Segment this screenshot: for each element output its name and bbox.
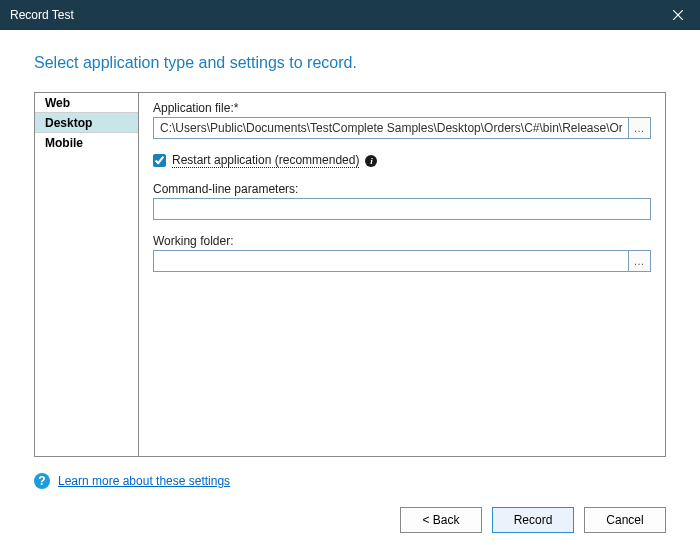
- cmdline-row: [153, 198, 651, 220]
- page-heading: Select application type and settings to …: [34, 54, 666, 72]
- window-title: Record Test: [10, 8, 74, 22]
- tab-list: Web Desktop Mobile: [35, 93, 139, 456]
- content-area: Select application type and settings to …: [0, 30, 700, 545]
- close-icon: [673, 10, 683, 20]
- workdir-row: …: [153, 250, 651, 272]
- main-panel: Web Desktop Mobile Application file:* … …: [34, 92, 666, 457]
- help-icon: ?: [34, 473, 50, 489]
- form-area: Application file:* … Restart application…: [139, 93, 665, 456]
- help-row: ? Learn more about these settings: [34, 473, 666, 489]
- footer-buttons: < Back Record Cancel: [34, 497, 666, 533]
- restart-checkbox[interactable]: [153, 154, 166, 167]
- back-button[interactable]: < Back: [400, 507, 482, 533]
- workdir-label: Working folder:: [153, 234, 651, 248]
- tab-desktop[interactable]: Desktop: [35, 113, 138, 133]
- help-link[interactable]: Learn more about these settings: [58, 474, 230, 488]
- app-file-label: Application file:*: [153, 101, 651, 115]
- cancel-button[interactable]: Cancel: [584, 507, 666, 533]
- tab-mobile[interactable]: Mobile: [35, 133, 138, 153]
- tab-web[interactable]: Web: [35, 93, 138, 113]
- restart-label[interactable]: Restart application (recommended): [172, 153, 359, 168]
- record-button[interactable]: Record: [492, 507, 574, 533]
- workdir-input[interactable]: [153, 250, 629, 272]
- close-button[interactable]: [664, 4, 692, 26]
- app-file-browse-button[interactable]: …: [629, 117, 651, 139]
- cmdline-input[interactable]: [153, 198, 651, 220]
- restart-row: Restart application (recommended) i: [153, 153, 651, 168]
- app-file-input[interactable]: [153, 117, 629, 139]
- workdir-browse-button[interactable]: …: [629, 250, 651, 272]
- app-file-row: …: [153, 117, 651, 139]
- cmdline-label: Command-line parameters:: [153, 182, 651, 196]
- titlebar: Record Test: [0, 0, 700, 30]
- info-icon[interactable]: i: [365, 155, 377, 167]
